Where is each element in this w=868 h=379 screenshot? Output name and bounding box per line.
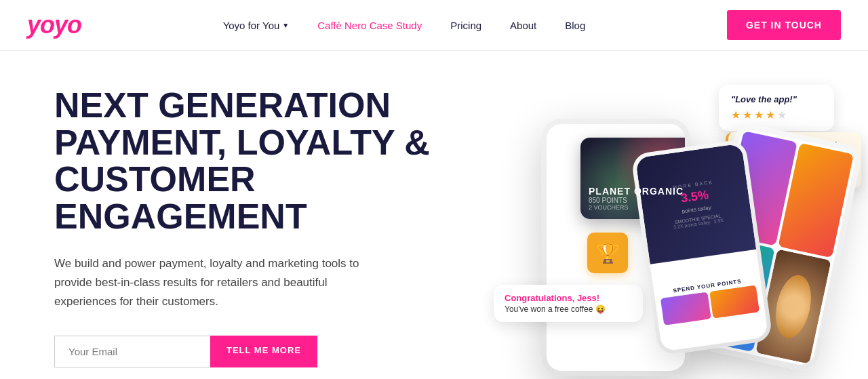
love-bubble-text: "Love the app!" (731, 94, 822, 104)
love-the-app-bubble: "Love the app!" ★ ★ ★ ★ ★ (719, 85, 834, 131)
planet-organic-name: PLANET ORGANIC (589, 186, 685, 197)
chevron-down-icon: ▼ (282, 22, 289, 29)
star-3: ★ (754, 108, 764, 121)
nav-links: Yoyo for You ▼ Caffè Nero Case Study Pri… (212, 14, 597, 37)
star-rating: ★ ★ ★ ★ ★ (731, 108, 822, 121)
congrats-text: You've won a free coffee 😝 (505, 304, 632, 314)
nav-link-blog[interactable]: Blog (554, 14, 596, 37)
navbar: yoyo Yoyo for You ▼ Caffè Nero Case Stud… (0, 0, 868, 51)
congratulations-bubble: Congratulations, Jess! You've won a free… (494, 285, 643, 322)
email-input[interactable] (54, 336, 210, 367)
nav-link-pricing[interactable]: Pricing (439, 14, 492, 37)
app-mockup: "Love the app!" ★ ★ ★ ★ ★ 🏆 SMOOTHIE SPE… (487, 78, 841, 376)
star-4: ★ (766, 108, 775, 121)
nav-item-about[interactable]: About (499, 14, 547, 37)
trophy-badge: 🏆 (587, 233, 628, 273)
star-5: ★ (777, 108, 787, 121)
get-in-touch-button[interactable]: GET IN TOUCH (727, 10, 841, 40)
hero-title: NEXT GENERATION PAYMENT, LOYALTY & CUSTO… (54, 87, 460, 235)
planet-vouchers: 2 VOUCHERS (589, 204, 685, 211)
hero-content: NEXT GENERATION PAYMENT, LOYALTY & CUSTO… (54, 87, 487, 367)
cashback-desc: points today (682, 204, 711, 214)
trophy-icon: 🏆 (596, 242, 620, 264)
nav-item-blog[interactable]: Blog (554, 14, 596, 37)
spend-points-section: SPEND YOUR POINTS (650, 250, 768, 351)
latte-art (770, 272, 816, 341)
nav-item-yoyo-for-you[interactable]: Yoyo for You ▼ (212, 14, 300, 37)
hero-section: NEXT GENERATION PAYMENT, LOYALTY & CUSTO… (0, 51, 868, 379)
nav-item-pricing[interactable]: Pricing (439, 14, 492, 37)
star-1: ★ (731, 108, 741, 121)
nav-link-about[interactable]: About (499, 14, 547, 37)
phone-screen-middle: MORE BACK 3.5% points today SMOOTHIE SPE… (635, 143, 769, 351)
points-img-2 (709, 285, 760, 318)
points-img-1 (660, 292, 711, 325)
congrats-name: Congratulations, Jess! (505, 293, 632, 303)
tell-me-more-button[interactable]: TELL ME MORE (210, 336, 317, 367)
nav-item-caffe-nero[interactable]: Caffè Nero Case Study (307, 14, 433, 37)
hero-subtitle: We build and power payment, loyalty and … (54, 254, 387, 311)
planet-points: 850 POINTS (589, 197, 685, 204)
hero-form: TELL ME MORE (54, 336, 460, 367)
star-2: ★ (743, 108, 752, 121)
nav-link-caffe-nero[interactable]: Caffè Nero Case Study (307, 14, 433, 37)
logo[interactable]: yoyo (27, 11, 81, 39)
nav-link-yoyo-for-you[interactable]: Yoyo for You ▼ (212, 14, 300, 37)
